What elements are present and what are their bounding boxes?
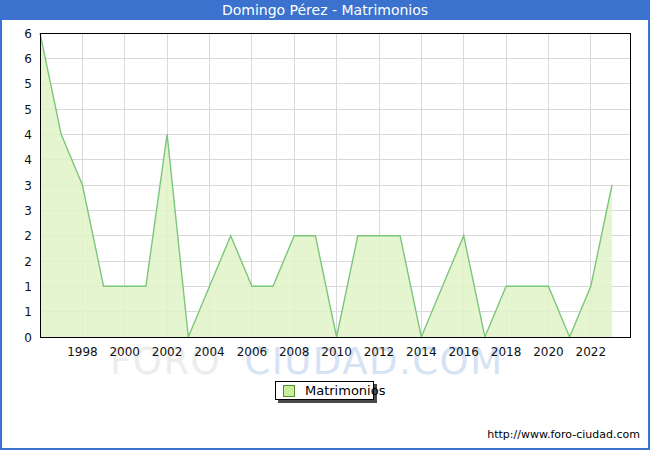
x-axis-tick-label: 2006 <box>237 345 268 359</box>
y-axis-tick-label: 2 <box>24 255 32 269</box>
title-bar: Domingo Pérez - Matrimonios <box>0 0 650 20</box>
x-axis-tick-label: 2018 <box>491 345 522 359</box>
y-axis-tick-label: 4 <box>24 153 32 167</box>
x-axis-tick-label: 2002 <box>152 345 183 359</box>
x-axis-tick-label: 1998 <box>67 345 98 359</box>
x-axis-tick-label: 2008 <box>279 345 310 359</box>
legend-label: Matrimonios <box>305 384 385 397</box>
x-axis-tick-label: 2020 <box>533 345 564 359</box>
chart-title: Domingo Pérez - Matrimonios <box>222 2 428 18</box>
chart-image: Domingo Pérez - Matrimonios FORO CIUDAD.… <box>0 0 650 450</box>
x-axis-tick-label: 2022 <box>576 345 607 359</box>
y-axis-tick-label: 6 <box>24 27 32 41</box>
y-axis-tick-label: 1 <box>24 305 32 319</box>
y-axis-tick-label: 1 <box>24 280 32 294</box>
y-axis-tick-label: 6 <box>24 52 32 66</box>
x-axis-tick-label: 2004 <box>194 345 225 359</box>
x-axis-tick-label: 2014 <box>406 345 437 359</box>
y-axis-tick-label: 3 <box>24 204 32 218</box>
y-axis-tick-label: 3 <box>24 179 32 193</box>
y-axis-tick-label: 0 <box>24 331 32 345</box>
x-axis-tick-label: 2012 <box>364 345 395 359</box>
legend-swatch-icon <box>283 385 295 397</box>
y-axis-tick-label: 5 <box>24 77 32 91</box>
x-axis-tick-label: 2010 <box>321 345 352 359</box>
x-axis-tick-label: 2016 <box>448 345 479 359</box>
legend-box: Matrimonios <box>275 381 374 400</box>
y-axis-tick-label: 5 <box>24 103 32 117</box>
y-axis-tick-label: 4 <box>24 128 32 142</box>
x-axis-tick-label: 2000 <box>109 345 140 359</box>
y-axis-tick-label: 2 <box>24 229 32 243</box>
footer-url: http://www.foro-ciudad.com <box>487 428 640 441</box>
